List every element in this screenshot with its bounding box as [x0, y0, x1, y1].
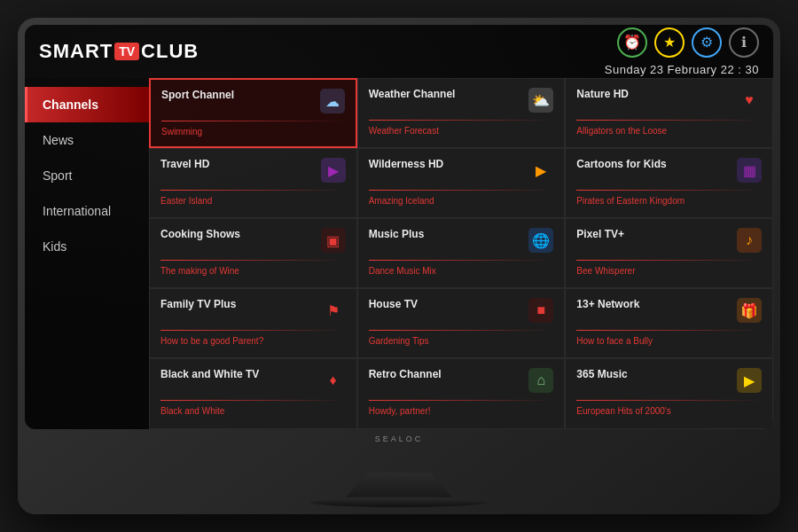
tv-brand: SEALOC [375, 434, 424, 443]
channel-icon: ♪ [737, 228, 762, 253]
channel-icon: ⌂ [528, 368, 553, 393]
channel-program: Bee Whisperer [576, 266, 762, 276]
tv-base [310, 497, 488, 507]
sidebar-item-news[interactable]: News [25, 122, 149, 158]
channel-program: Gardening Tips [369, 336, 554, 346]
channel-program: Alligators on the Loose [576, 126, 762, 136]
settings-icon[interactable]: ⚙ [692, 27, 722, 58]
channel-name: Wilderness HD [369, 158, 529, 172]
channel-divider [576, 260, 762, 261]
channel-name: Cartoons for Kids [576, 158, 737, 172]
channel-divider [369, 120, 554, 121]
sidebar-item-international[interactable]: International [25, 193, 149, 229]
channel-name: Nature HD [576, 88, 737, 102]
channel-icon: ♦ [321, 368, 346, 393]
datetime: Sunday 23 February 22 : 30 [605, 63, 759, 76]
sidebar: Channels News Sport International Kids [25, 78, 149, 429]
channel-divider [576, 190, 762, 191]
header-right: ⏰ ★ ⚙ ℹ Sunday 23 February 22 : 30 [605, 27, 759, 76]
channel-card[interactable]: Weather Channel ⛅ Weather Forecast [357, 78, 566, 148]
channel-card[interactable]: Nature HD ♥ Alligators on the Loose [565, 78, 773, 148]
channel-name: Cooking Shows [160, 228, 321, 242]
channel-divider [160, 400, 346, 401]
channel-icon: ▣ [321, 228, 346, 253]
channel-card[interactable]: Black and White TV ♦ Black and White [149, 358, 357, 428]
sidebar-item-kids[interactable]: Kids [25, 229, 149, 264]
channel-card[interactable]: Pixel TV+ ♪ Bee Whisperer [565, 218, 773, 288]
logo-club: CLUB [141, 40, 199, 63]
channel-card-top: Music Plus 🌐 [369, 228, 554, 253]
channel-card-top: Wilderness HD ▶ [369, 158, 554, 183]
logo-smart: SMART [39, 40, 113, 63]
channel-divider [576, 400, 762, 401]
channel-card-top: Sport Channel ☁ [161, 89, 345, 113]
channel-divider [160, 260, 346, 261]
sidebar-item-channels[interactable]: Channels [25, 87, 149, 122]
channel-card-top: Cartoons for Kids ▦ [576, 158, 762, 183]
channel-divider [160, 190, 346, 191]
info-icon[interactable]: ℹ [729, 27, 759, 58]
channel-divider [576, 330, 762, 331]
channel-program: Pirates of Eastern Kingdom [576, 196, 762, 206]
channel-card[interactable]: House TV ■ Gardening Tips [357, 288, 566, 358]
channel-card-top: Cooking Shows ▣ [160, 228, 346, 253]
channel-card[interactable]: Cartoons for Kids ▦ Pirates of Eastern K… [565, 148, 773, 218]
channel-icon: 🌐 [528, 228, 553, 253]
channel-card[interactable]: Music Plus 🌐 Dance Music Mix [357, 218, 566, 288]
channel-program: European Hits of 2000's [576, 406, 762, 416]
clock-icon[interactable]: ⏰ [617, 27, 647, 58]
tv-stand [346, 473, 452, 497]
channel-icon: ▦ [737, 158, 762, 183]
channel-card-top: Retro Channel ⌂ [369, 368, 554, 393]
channel-card[interactable]: Retro Channel ⌂ Howdy, partner! [357, 358, 566, 428]
channel-icon: ▶ [737, 368, 762, 393]
channel-name: Travel HD [160, 158, 321, 172]
channel-program: Black and White [160, 406, 346, 416]
channel-card-top: Pixel TV+ ♪ [576, 228, 762, 253]
channel-program: How to be a good Parent? [160, 336, 346, 346]
channel-divider [369, 330, 554, 331]
channel-icon: ▶ [321, 158, 346, 183]
channel-icon: ⚑ [321, 298, 346, 323]
channel-card-top: 365 Music ▶ [576, 368, 762, 393]
channel-program: Dance Music Mix [369, 266, 554, 276]
channel-card[interactable]: Cooking Shows ▣ The making of Wine [149, 218, 357, 288]
channel-name: Sport Channel [161, 89, 320, 103]
channel-card[interactable]: Wilderness HD ▶ Amazing Iceland [357, 148, 566, 218]
channel-name: Pixel TV+ [576, 228, 737, 242]
logo: SMART TV CLUB [39, 40, 199, 63]
channel-card[interactable]: 365 Music ▶ European Hits of 2000's [565, 358, 773, 428]
channel-icon: ■ [528, 298, 553, 323]
channel-icon: ☁ [320, 89, 345, 113]
channel-card-top: Travel HD ▶ [160, 158, 346, 183]
screen-content: SMART TV CLUB ⏰ ★ ⚙ ℹ Sunday 23 February… [25, 25, 773, 429]
header-icons: ⏰ ★ ⚙ ℹ [617, 27, 759, 58]
logo-tv: TV [114, 43, 139, 60]
channel-program: Weather Forecast [369, 126, 554, 136]
channel-card-top: Black and White TV ♦ [160, 368, 346, 393]
channel-card-top: 13+ Network 🎁 [576, 298, 762, 323]
channel-name: Retro Channel [369, 368, 529, 382]
channel-icon: ▶ [528, 158, 553, 183]
channel-card[interactable]: Travel HD ▶ Easter Island [149, 148, 357, 218]
channel-program: Amazing Iceland [369, 196, 554, 206]
channel-name: 365 Music [576, 368, 737, 382]
channel-icon: ⛅ [528, 88, 553, 113]
channel-name: House TV [369, 298, 529, 312]
channel-card[interactable]: Sport Channel ☁ Swimming [149, 78, 357, 148]
channel-program: Easter Island [160, 196, 346, 206]
sidebar-item-sport[interactable]: Sport [25, 158, 149, 193]
channels-grid: Sport Channel ☁ Swimming Weather Channel… [149, 78, 773, 429]
channel-name: 13+ Network [576, 298, 737, 312]
channel-program: How to face a Bully [576, 336, 762, 346]
channel-name: Music Plus [369, 228, 529, 242]
channel-program: Swimming [161, 127, 345, 137]
channel-card[interactable]: 13+ Network 🎁 How to face a Bully [565, 288, 773, 358]
channel-name: Black and White TV [160, 368, 321, 382]
tv-bezel-bottom: SEALOC [25, 429, 773, 474]
channel-card[interactable]: Family TV Plus ⚑ How to be a good Parent… [149, 288, 357, 358]
channel-icon: 🎁 [737, 298, 762, 323]
channel-card-top: Nature HD ♥ [576, 88, 762, 113]
channel-divider [576, 120, 762, 121]
star-icon[interactable]: ★ [654, 27, 685, 58]
